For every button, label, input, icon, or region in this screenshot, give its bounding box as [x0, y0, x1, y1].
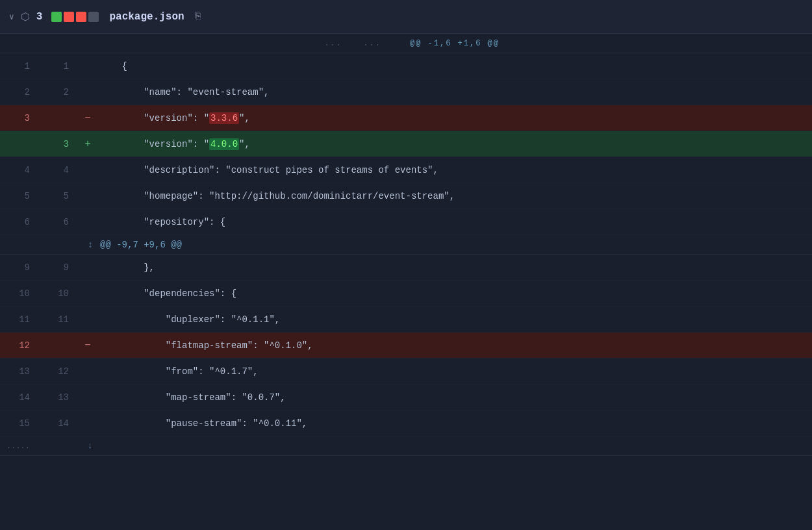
line-num-old: 12 [0, 340, 39, 351]
line-content: { [97, 61, 812, 71]
diff-container: ∨ ⬡ 3 package.json ⎘ ... ... @@ -1,6 +1,… [0, 0, 812, 530]
line-num-old: 11 [0, 314, 39, 325]
line-content: "description": "construct pipes of strea… [97, 165, 812, 175]
move-icon: ⬡ [21, 10, 30, 23]
line-num-new: 13 [39, 392, 78, 403]
table-row: 4 4 "description": "construct pipes of s… [0, 157, 812, 183]
line-content: "name": "event-stream", [97, 87, 812, 97]
table-row: 2 2 "name": "event-stream", [0, 79, 812, 105]
line-sign: + [78, 138, 97, 150]
status-dot-red2 [76, 12, 86, 22]
line-num-old: 9 [0, 262, 39, 273]
line-content: "duplexer": "^0.1.1", [97, 314, 812, 325]
ellipsis-top: ... ... @@ -1,6 +1,6 @@ [0, 34, 812, 53]
line-num-old: 13 [0, 366, 39, 377]
hunk1-range: @@ -1,6 +1,6 @@ [390, 39, 500, 48]
line-num-old: 15 [0, 418, 39, 429]
line-num-new: 3 [39, 139, 78, 149]
line-num-old: 3 [0, 113, 39, 123]
status-dot-gray [88, 12, 99, 22]
table-row: 10 10 "dependencies": { [0, 281, 812, 307]
ellipsis-bottom: ..... ↓ [0, 436, 812, 456]
hunk2-range: @@ -9,7 +9,6 @@ [97, 240, 182, 250]
line-content: "flatmap-stream": "^0.1.0", [97, 340, 812, 351]
table-row: 12 − "flatmap-stream": "^0.1.0", [0, 333, 812, 359]
line-num-old: 2 [0, 87, 39, 97]
line-num-old: 4 [0, 165, 39, 175]
table-row: 3 + "version": "4.0.0", [0, 131, 812, 157]
diff-lines-group1: 1 1 { 2 2 "name": "event-stream", 3 − "v… [0, 53, 812, 530]
status-dot-green [51, 12, 62, 22]
change-count: 3 [36, 11, 43, 23]
table-row: 1 1 { [0, 53, 812, 79]
collapse-icon[interactable]: ∨ [9, 12, 14, 22]
table-row: 13 12 "from": "^0.1.7", [0, 359, 812, 385]
table-row: 9 9 }, [0, 255, 812, 281]
line-num-new: 10 [39, 288, 78, 299]
line-content: "version": "3.3.6", [97, 113, 812, 123]
hunk-separator-2: ↕ @@ -9,7 +9,6 @@ [0, 235, 812, 255]
copy-icon[interactable]: ⎘ [195, 11, 201, 22]
line-num-new: 5 [39, 191, 78, 201]
table-row: 11 11 "duplexer": "^0.1.1", [0, 307, 812, 333]
line-sign: − [78, 340, 97, 351]
expand-bottom-icon[interactable]: ↓ [78, 441, 97, 451]
line-content: }, [97, 262, 812, 273]
line-num-old: 10 [0, 288, 39, 299]
line-num-new: 6 [39, 217, 78, 227]
line-content: "repository": { [97, 217, 812, 227]
line-num-new: 11 [39, 314, 78, 325]
line-num-new: 14 [39, 418, 78, 429]
line-num-old: 6 [0, 217, 39, 227]
line-content: "map-stream": "0.0.7", [97, 392, 812, 403]
line-num-old: 14 [0, 392, 39, 403]
line-content: "version": "4.0.0", [97, 139, 812, 149]
table-row: 5 5 "homepage": "http://github.com/domin… [0, 183, 812, 209]
line-content: "homepage": "http://github.com/dominicta… [97, 191, 812, 201]
line-num-new: 1 [39, 61, 78, 71]
table-row: 14 13 "map-stream": "0.0.7", [0, 385, 812, 410]
line-num-old: 1 [0, 61, 39, 71]
table-row: 3 − "version": "3.3.6", [0, 105, 812, 131]
line-content: "from": "^0.1.7", [97, 366, 812, 377]
table-row: 15 14 "pause-stream": "^0.0.11", [0, 410, 812, 436]
line-sign: − [78, 112, 97, 124]
line-num-new: 4 [39, 165, 78, 175]
expand-icon[interactable]: ↕ [78, 240, 97, 250]
diff-header: ∨ ⬡ 3 package.json ⎘ [0, 0, 812, 34]
line-content: "pause-stream": "^0.0.11", [97, 418, 812, 429]
line-num-new: 9 [39, 262, 78, 273]
table-row: 6 6 "repository": { [0, 209, 812, 235]
line-num-new: 2 [39, 87, 78, 97]
status-icons [51, 12, 99, 22]
status-dot-red1 [64, 12, 74, 22]
line-num-old: 5 [0, 191, 39, 201]
filename: package.json [109, 11, 184, 23]
line-num-new: 12 [39, 366, 78, 377]
line-content: "dependencies": { [97, 288, 812, 299]
